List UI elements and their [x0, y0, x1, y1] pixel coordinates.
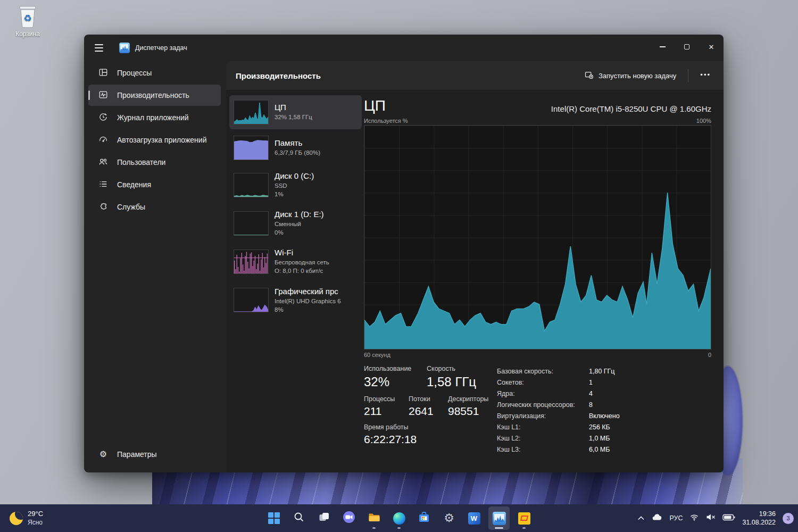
task-manager-window: Диспетчер задач ✕ Процессы Производитель… — [84, 35, 724, 472]
search-icon — [293, 511, 305, 525]
taskbar-app-icons: ⚙ W — [263, 506, 535, 530]
more-options-button[interactable]: ••• — [695, 69, 716, 83]
run-new-task-button[interactable]: Запустить новую задачу — [579, 66, 681, 85]
threads-label: Потоки — [409, 395, 448, 403]
battery-icon[interactable] — [722, 513, 735, 523]
language-indicator[interactable]: РУС — [669, 514, 683, 522]
cpu-usage-graph[interactable] — [364, 125, 711, 350]
sidebar-item-label: Автозагрузка приложений — [117, 136, 207, 144]
settings-button[interactable]: ⚙ — [438, 506, 460, 530]
moon-icon — [10, 512, 23, 525]
recycle-bin-label: Корзина — [6, 30, 49, 38]
sidebar-item-services[interactable]: Службы — [88, 196, 221, 218]
details-icon — [98, 179, 108, 190]
cpu-heading: ЦП — [364, 98, 386, 113]
onedrive-cloud-icon[interactable] — [652, 513, 662, 523]
hamburger-menu-icon[interactable] — [95, 40, 111, 56]
close-button[interactable]: ✕ — [699, 35, 724, 59]
recycle-bin-icon: ♻ — [6, 4, 49, 29]
sidebar-item-label: Сведения — [117, 180, 151, 189]
chat-icon — [343, 511, 355, 526]
svg-text:♻: ♻ — [23, 13, 31, 23]
desktop: ♻ Корзина Диспетчер задач ✕ Процесс — [0, 0, 798, 532]
sidebar-item-app-history[interactable]: Журнал приложений — [88, 107, 221, 128]
gear-icon: ⚙ — [98, 450, 108, 459]
sidebar-item-startup-apps[interactable]: Автозагрузка приложений — [88, 129, 221, 151]
y-axis-label: Используется % — [364, 118, 408, 124]
start-button[interactable] — [263, 506, 285, 530]
tile-gpu[interactable]: Графический прс Intel(R) UHD Graphics 6 … — [229, 282, 362, 319]
folder-icon — [368, 511, 380, 526]
sidebar-item-label: Параметры — [117, 450, 157, 459]
sidebar-item-settings[interactable]: ⚙ Параметры — [88, 444, 221, 465]
chat-button[interactable] — [338, 506, 360, 530]
usage-label: Использование — [364, 365, 427, 372]
recycle-bin[interactable]: ♻ Корзина — [6, 4, 49, 38]
sidebar-item-label: Пользователи — [117, 158, 165, 167]
tile-cpu[interactable]: ЦП 32% 1,58 ГГц — [229, 95, 362, 129]
time: 19:36 — [742, 510, 776, 518]
sidebar-item-performance[interactable]: Производительность — [88, 85, 221, 106]
tile-memory[interactable]: Память 6,3/7,9 ГБ (80%) — [229, 131, 362, 165]
handles-value: 98551 — [448, 405, 488, 418]
tile-wifi[interactable]: Wi-Fi Беспроводная сеть О: 8,0 П: 0 кбит… — [229, 243, 362, 280]
threads-value: 2641 — [409, 405, 448, 418]
recorder-icon — [518, 512, 530, 525]
sidebar-item-processes[interactable]: Процессы — [88, 62, 221, 84]
sidebar-item-users[interactable]: Пользователи — [88, 152, 221, 173]
app-history-icon — [98, 112, 108, 123]
volume-muted-icon[interactable] — [706, 513, 716, 523]
processes-label: Процессы — [364, 395, 409, 403]
performance-tile-list: ЦП 32% 1,58 ГГц Память 6,3/7,9 ГБ (80%) … — [226, 91, 363, 472]
page-title: Производительность — [236, 71, 321, 80]
titlebar: Диспетчер задач ✕ — [84, 35, 724, 61]
search-button[interactable] — [288, 506, 310, 530]
window-controls: ✕ — [650, 35, 724, 61]
disk0-mini-graph — [234, 173, 269, 197]
users-icon — [98, 157, 108, 168]
usage-value: 32% — [364, 375, 427, 389]
wifi-icon[interactable] — [689, 513, 699, 523]
task-view-button[interactable] — [313, 506, 335, 530]
maximize-button[interactable] — [675, 35, 699, 59]
tile-disk0[interactable]: Диск 0 (C:) SSD 1% — [229, 167, 362, 203]
uptime-value: 6:22:27:18 — [364, 433, 417, 446]
startup-icon — [98, 135, 108, 146]
file-explorer-button[interactable] — [363, 506, 385, 530]
sidebar-item-label: Журнал приложений — [117, 113, 189, 122]
date: 31.08.2022 — [742, 518, 776, 527]
x-axis-left: 60 секунд — [364, 352, 390, 358]
word-button[interactable]: W — [463, 506, 485, 530]
minimize-button[interactable] — [650, 35, 675, 59]
cpu-detail-pane: ЦП Intel(R) Core(TM) i5-8250U CPU @ 1.60… — [364, 91, 711, 472]
wifi-mini-graph — [234, 250, 269, 274]
sidebar-item-label: Процессы — [117, 69, 152, 77]
task-manager-icon — [493, 512, 506, 525]
weather-temp: 29°C — [28, 510, 43, 518]
sidebar-item-details[interactable]: Сведения — [88, 174, 221, 195]
processes-value: 211 — [364, 405, 409, 418]
speed-label: Скорость — [427, 365, 476, 372]
cpu-model-name: Intel(R) Core(TM) i5-8250U CPU @ 1.60GHz — [551, 104, 711, 113]
tray-chevron-up-icon[interactable] — [637, 513, 645, 523]
edge-browser-button[interactable] — [388, 506, 410, 530]
weather-widget[interactable]: 29°C Ясно — [5, 504, 47, 532]
notification-badge[interactable]: 3 — [783, 513, 794, 524]
services-icon — [98, 202, 108, 213]
store-icon — [418, 511, 430, 526]
disk1-mini-graph — [234, 211, 269, 236]
gpu-mini-graph — [234, 288, 269, 312]
clock[interactable]: 19:36 31.08.2022 — [742, 510, 776, 527]
y-axis-max: 100% — [696, 118, 711, 124]
tile-disk1[interactable]: Диск 1 (D: E:) Сменный 0% — [229, 205, 362, 242]
screen-recorder-button[interactable] — [513, 506, 535, 530]
cpu-stats: Использование 32% Скорость 1,58 ГГц Проц… — [364, 365, 711, 455]
header-divider — [688, 69, 688, 82]
speed-value: 1,58 ГГц — [427, 375, 476, 389]
task-view-icon — [318, 511, 330, 526]
task-manager-taskbar-button[interactable] — [488, 506, 510, 530]
app-title: Диспетчер задач — [119, 43, 187, 53]
sidebar-item-label: Службы — [117, 203, 145, 211]
microsoft-store-button[interactable] — [413, 506, 435, 530]
task-manager-icon — [119, 43, 130, 53]
